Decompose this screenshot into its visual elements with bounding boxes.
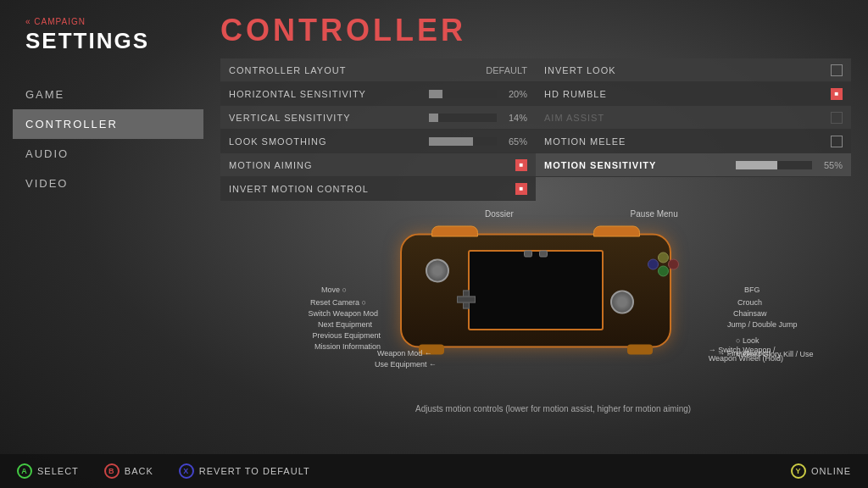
ann-crouch: Crouch bbox=[737, 298, 762, 307]
ann-move: Move ○ bbox=[321, 286, 347, 294]
hint-text: Adjusts motion controls (lower for motio… bbox=[415, 404, 691, 413]
setting-row-look-smooth[interactable]: LOOK SMOOTHING 65% bbox=[220, 130, 536, 153]
h-sens-fill bbox=[429, 90, 442, 98]
right-stick bbox=[610, 290, 634, 313]
sidebar-item-game[interactable]: GAME bbox=[25, 80, 203, 109]
dossier-label: Dossier bbox=[485, 209, 514, 219]
sidebar-item-audio[interactable]: AUDIO bbox=[25, 139, 203, 169]
look-smooth-control[interactable]: 65% bbox=[429, 136, 527, 147]
setting-row-hd-rumble[interactable]: HD RUMBLE bbox=[536, 82, 851, 106]
invert-motion-checkbox[interactable] bbox=[515, 183, 527, 195]
v-sens-fill bbox=[429, 114, 438, 122]
back-label: BACK bbox=[125, 466, 153, 476]
ann-switch-weapon-mod: Switch Weapon Mod bbox=[309, 309, 378, 318]
btn-y bbox=[658, 252, 669, 263]
btn-circle-a: A bbox=[17, 463, 32, 479]
select-label: SELECT bbox=[37, 466, 79, 476]
back-button[interactable]: B BACK bbox=[104, 463, 153, 479]
left-column: CONTROLLER LAYOUT DEFAULT HORIZONTAL SEN… bbox=[220, 58, 536, 201]
h-sens-label: HORIZONTAL SENSITIVITY bbox=[229, 89, 429, 99]
motion-aiming-checkbox[interactable] bbox=[515, 159, 527, 171]
v-sens-bar bbox=[429, 114, 497, 122]
hd-rumble-checkbox[interactable] bbox=[831, 88, 843, 100]
invert-look-checkbox[interactable] bbox=[831, 64, 843, 76]
v-sens-value: 14% bbox=[509, 113, 527, 123]
btn-circle-x: X bbox=[179, 463, 194, 479]
right-column: INVERT LOOK HD RUMBLE AIM ASSIST MOTION … bbox=[536, 58, 851, 201]
h-sens-value: 20% bbox=[509, 89, 527, 99]
ann-jump: Jump / Double Jump bbox=[727, 320, 798, 329]
sidebar-item-video[interactable]: VIDEO bbox=[25, 169, 203, 198]
look-smooth-value: 65% bbox=[509, 136, 527, 147]
invert-look-label: INVERT LOOK bbox=[544, 65, 831, 75]
v-sens-control[interactable]: 14% bbox=[429, 113, 527, 123]
revert-label: REVERT TO DEFAULT bbox=[199, 466, 310, 476]
invert-motion-label: INVERT MOTION CONTROL bbox=[229, 184, 515, 194]
sidebar-nav: GAME CONTROLLER AUDIO VIDEO bbox=[25, 80, 203, 198]
setting-row-motion-melee[interactable]: MOTION MELEE bbox=[536, 130, 851, 153]
ann-prev-equip: Previous Equipment bbox=[312, 331, 381, 340]
select-button[interactable]: A SELECT bbox=[17, 463, 79, 479]
hd-rumble-label: HD RUMBLE bbox=[544, 89, 831, 99]
motion-aiming-label: MOTION AIMING bbox=[229, 160, 515, 170]
setting-row-controller-layout[interactable]: CONTROLLER LAYOUT DEFAULT bbox=[220, 58, 536, 82]
ann-next-equip: Next Equipment bbox=[318, 320, 372, 329]
setting-row-invert-look[interactable]: INVERT LOOK bbox=[536, 58, 851, 82]
motion-sens-label: MOTION SENSITIVITY bbox=[544, 160, 736, 170]
setting-row-aim-assist: AIM ASSIST bbox=[536, 106, 851, 130]
sidebar: « CAMPAIGN SETTINGS GAME CONTROLLER AUDI… bbox=[0, 0, 203, 454]
left-stick bbox=[426, 258, 449, 282]
page-title: CONTROLLER bbox=[220, 13, 851, 48]
right-trigger bbox=[627, 344, 653, 354]
look-smooth-fill bbox=[429, 137, 473, 146]
center-buttons bbox=[524, 250, 548, 257]
v-sens-label: VERTICAL SENSITIVITY bbox=[229, 113, 429, 123]
ann-mission-info: Mission Information bbox=[314, 342, 381, 351]
ann-use-equip: Use Equipment ← bbox=[375, 360, 437, 369]
motion-sens-bar bbox=[736, 161, 812, 169]
sidebar-item-controller[interactable]: CONTROLLER bbox=[13, 109, 203, 139]
setting-row-v-sens[interactable]: VERTICAL SENSITIVITY 14% bbox=[220, 106, 536, 130]
motion-melee-label: MOTION MELEE bbox=[544, 136, 831, 147]
main-content: CONTROLLER CONTROLLER LAYOUT DEFAULT HOR… bbox=[203, 0, 868, 454]
controller-diagram-area: Dossier Pause Menu bbox=[220, 208, 851, 373]
btn-circle-y: Y bbox=[791, 463, 806, 479]
controller-screen bbox=[468, 250, 604, 330]
setting-row-invert-motion[interactable]: INVERT MOTION CONTROL bbox=[220, 177, 536, 201]
ann-switch-weapon: → Switch Weapon / Weapon Wheel (Hold) bbox=[709, 346, 783, 363]
look-smooth-label: LOOK SMOOTHING bbox=[229, 136, 429, 147]
setting-row-motion-aiming[interactable]: MOTION AIMING bbox=[220, 153, 536, 177]
online-button[interactable]: Y ONLINE bbox=[791, 463, 851, 479]
controller-layout-value: DEFAULT bbox=[486, 65, 527, 75]
aim-assist-checkbox bbox=[831, 112, 843, 124]
motion-melee-checkbox[interactable] bbox=[831, 136, 843, 147]
sidebar-title: SETTINGS bbox=[25, 28, 203, 54]
ann-reset-cam: Reset Camera ○ bbox=[310, 298, 366, 307]
look-smooth-bar bbox=[429, 137, 497, 146]
h-sens-control[interactable]: 20% bbox=[429, 89, 527, 99]
revert-button[interactable]: X REVERT TO DEFAULT bbox=[179, 463, 310, 479]
left-shoulder bbox=[431, 225, 478, 236]
ann-look: ○ Look bbox=[736, 336, 759, 345]
setting-row-motion-sens[interactable]: MOTION SENSITIVITY 55% bbox=[536, 153, 851, 177]
breadcrumb: « CAMPAIGN bbox=[25, 17, 203, 26]
h-sens-bar bbox=[429, 90, 497, 98]
motion-sens-value: 55% bbox=[824, 160, 843, 170]
controller-layout-label: CONTROLLER LAYOUT bbox=[229, 65, 479, 75]
btn-a bbox=[658, 265, 669, 276]
motion-sens-fill bbox=[736, 161, 778, 169]
setting-row-h-sens[interactable]: HORIZONTAL SENSITIVITY 20% bbox=[220, 82, 536, 106]
motion-sens-control[interactable]: 55% bbox=[736, 160, 843, 170]
ann-bfg: BFG bbox=[744, 286, 760, 294]
online-label: ONLINE bbox=[811, 466, 851, 476]
right-shoulder bbox=[593, 225, 640, 236]
pause-menu-label: Pause Menu bbox=[631, 209, 678, 219]
ann-chainsaw: Chainsaw bbox=[733, 309, 767, 318]
bottom-bar: A SELECT B BACK X REVERT TO DEFAULT Y ON… bbox=[0, 454, 868, 488]
aim-assist-label: AIM ASSIST bbox=[544, 113, 831, 123]
settings-grid: CONTROLLER LAYOUT DEFAULT HORIZONTAL SEN… bbox=[220, 58, 851, 201]
btn-x bbox=[648, 258, 659, 269]
btn-circle-b: B bbox=[104, 463, 120, 479]
controller-body bbox=[400, 233, 671, 347]
ann-weapon-mod: Weapon Mod ← bbox=[377, 349, 432, 358]
